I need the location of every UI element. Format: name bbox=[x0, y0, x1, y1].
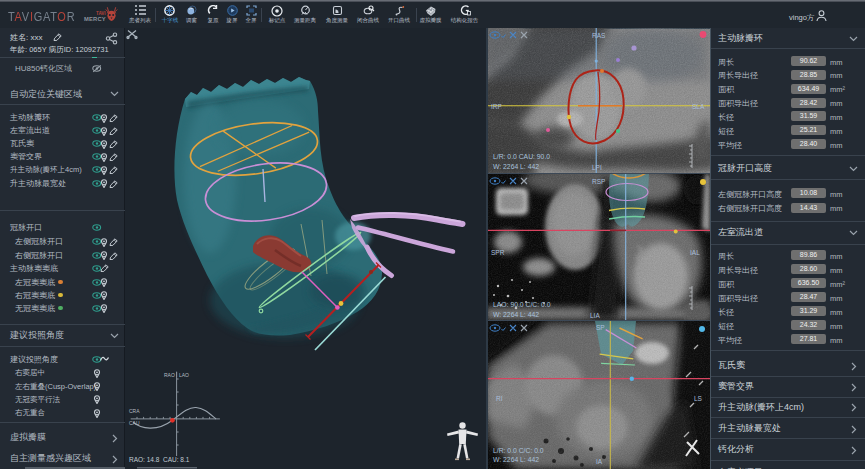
svg-text:IRP: IRP bbox=[491, 103, 502, 110]
svg-text:LIA: LIA bbox=[590, 312, 600, 319]
svg-text:IAL: IAL bbox=[690, 249, 700, 256]
svg-text:W: 2264 L: 442: W: 2264 L: 442 bbox=[493, 456, 539, 463]
svg-text:RI: RI bbox=[496, 395, 503, 402]
svg-text:RAO: 14.8 CAU: 8.1: RAO: 14.8 CAU: 8.1 bbox=[129, 456, 190, 463]
svg-text:RAO: RAO bbox=[164, 372, 175, 378]
svg-text:W: 2264 L: 442: W: 2264 L: 442 bbox=[493, 163, 539, 170]
svg-text:CAU: CAU bbox=[129, 420, 140, 426]
svg-text:LPI: LPI bbox=[592, 164, 602, 171]
svg-text:SP: SP bbox=[596, 324, 605, 331]
svg-text:LAO: 90.0 C/C: 0.0: LAO: 90.0 C/C: 0.0 bbox=[493, 301, 551, 308]
svg-text:L/R: 0.0 C/C: 0.0: L/R: 0.0 C/C: 0.0 bbox=[493, 447, 544, 454]
svg-text:RSP: RSP bbox=[592, 178, 605, 185]
svg-text:LS: LS bbox=[694, 395, 703, 402]
svg-text:W: 2264 L: 442: W: 2264 L: 442 bbox=[493, 311, 539, 318]
svg-text:RAS: RAS bbox=[592, 32, 606, 39]
svg-text:L/R: 0.0 CAU: 90.0: L/R: 0.0 CAU: 90.0 bbox=[493, 153, 550, 160]
svg-text:IA: IA bbox=[596, 458, 603, 465]
svg-text:CRA: CRA bbox=[129, 408, 140, 414]
svg-text:LAO: LAO bbox=[179, 372, 189, 378]
svg-text:SPR: SPR bbox=[491, 249, 505, 256]
svg-text:SLA: SLA bbox=[692, 103, 705, 110]
